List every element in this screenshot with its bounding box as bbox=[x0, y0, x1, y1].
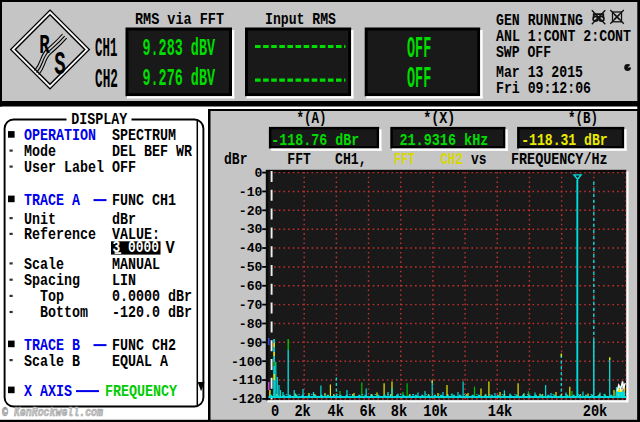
svg-text:dBr: dBr bbox=[224, 151, 248, 169]
svg-text:S: S bbox=[54, 47, 65, 84]
svg-text:-110: -110 bbox=[231, 374, 263, 388]
svg-text:CH1,: CH1, bbox=[335, 151, 367, 169]
svg-text:-10: -10 bbox=[239, 186, 263, 200]
svg-text:-90: -90 bbox=[239, 337, 263, 351]
svg-text:vs: vs bbox=[471, 151, 487, 169]
svg-text:4k: 4k bbox=[328, 403, 345, 421]
svg-text:-100: -100 bbox=[231, 356, 263, 370]
svg-text:-120: -120 bbox=[231, 393, 263, 407]
svg-text:EQUAL A: EQUAL A bbox=[112, 353, 168, 371]
svg-text:TRACE A: TRACE A bbox=[24, 192, 80, 210]
svg-text:SWP OFF: SWP OFF bbox=[496, 44, 551, 62]
svg-text:9.276 dBV: 9.276 dBV bbox=[143, 65, 216, 92]
svg-text:Fri 09:12:06: Fri 09:12:06 bbox=[496, 80, 591, 98]
svg-text:-80: -80 bbox=[239, 318, 263, 332]
svg-text:14k: 14k bbox=[488, 403, 513, 421]
svg-text:-50: -50 bbox=[239, 261, 263, 275]
svg-text:User Label: User Label bbox=[24, 159, 104, 177]
svg-text:-118.31 dBr: -118.31 dBr bbox=[521, 132, 608, 150]
svg-text:21.9316 kHz: 21.9316 kHz bbox=[399, 132, 488, 150]
svg-text:20k: 20k bbox=[583, 403, 608, 421]
svg-text:CH2: CH2 bbox=[95, 64, 118, 95]
svg-text:6k: 6k bbox=[360, 403, 377, 421]
svg-text:FUNC CH1: FUNC CH1 bbox=[112, 192, 176, 210]
svg-text:8k: 8k bbox=[391, 403, 408, 421]
svg-text:2k: 2k bbox=[294, 403, 311, 421]
svg-text:V: V bbox=[166, 238, 176, 258]
svg-text:0: 0 bbox=[255, 167, 263, 181]
svg-text:CH1: CH1 bbox=[95, 33, 117, 64]
svg-text:10k: 10k bbox=[423, 403, 448, 421]
svg-text:*(A): *(A) bbox=[296, 110, 326, 128]
svg-text:-120.0 dBr: -120.0 dBr bbox=[112, 304, 192, 322]
svg-text:© KenRockwell.com: © KenRockwell.com bbox=[2, 406, 103, 420]
svg-text:9.283 dBV: 9.283 dBV bbox=[143, 35, 216, 62]
svg-text:0: 0 bbox=[271, 403, 279, 421]
svg-text:FFT: FFT bbox=[287, 151, 311, 169]
svg-text:-70: -70 bbox=[239, 299, 263, 313]
svg-text:Bottom: Bottom bbox=[40, 304, 88, 322]
svg-text:FREQUENCY/Hz: FREQUENCY/Hz bbox=[511, 151, 608, 169]
svg-text:OFF: OFF bbox=[112, 159, 136, 177]
svg-text:*(X): *(X) bbox=[423, 110, 455, 128]
svg-text:-118.76 dBr: -118.76 dBr bbox=[271, 132, 359, 150]
svg-text:CH2: CH2 bbox=[440, 151, 463, 169]
svg-text:3 0000: 3 0000 bbox=[113, 239, 160, 257]
svg-text:Reference: Reference bbox=[24, 226, 96, 244]
svg-text:-40: -40 bbox=[239, 242, 263, 256]
svg-text:RMS via FFT: RMS via FFT bbox=[135, 11, 224, 29]
svg-text:-60: -60 bbox=[239, 280, 263, 294]
svg-text:MANUAL: MANUAL bbox=[112, 256, 160, 274]
svg-text:FREQUENCY: FREQUENCY bbox=[105, 383, 177, 401]
svg-text:X AXIS: X AXIS bbox=[24, 383, 72, 401]
svg-text:-30: -30 bbox=[239, 223, 263, 237]
svg-text:FFT: FFT bbox=[394, 151, 415, 169]
svg-text:-20: -20 bbox=[239, 205, 263, 219]
svg-text:Scale: Scale bbox=[24, 256, 64, 274]
svg-text:*(B): *(B) bbox=[568, 110, 598, 128]
svg-text:OFF: OFF bbox=[407, 62, 431, 96]
svg-text:Input RMS: Input RMS bbox=[265, 11, 336, 29]
svg-text:Scale B: Scale B bbox=[24, 353, 80, 371]
